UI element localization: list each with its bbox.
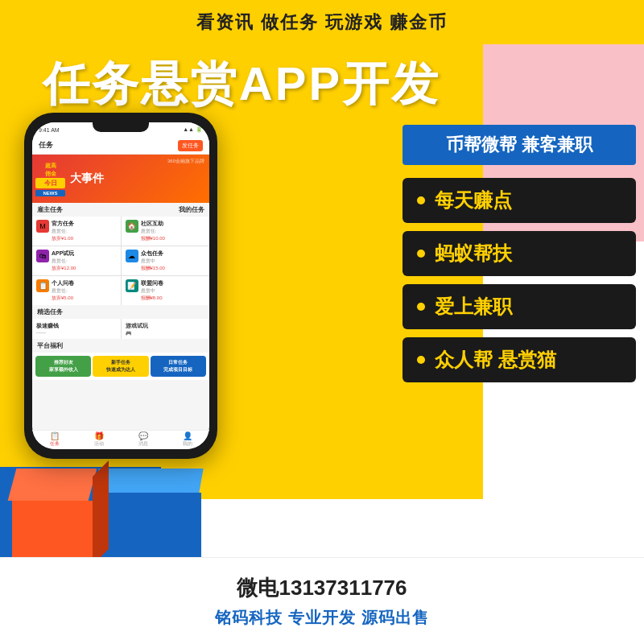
phone-nav-title: 任务 <box>39 140 53 151</box>
selected-item-0[interactable]: 极速赚钱 —— <box>32 319 121 339</box>
welfare-card-1[interactable]: 新手任务快速成为达人 <box>93 356 148 377</box>
banner-right: 360金融旗下品牌 <box>167 158 204 165</box>
task-name-0: 官方任务 <box>52 220 117 228</box>
task-reward-2: 放弃¥12.00 <box>52 265 117 272</box>
company-line: 铭码科技 专业开发 源码出售 <box>215 607 428 629</box>
top-bar-text: 看资讯 做任务 玩游戏 赚金币 <box>196 10 448 35</box>
nav-item-activity[interactable]: 🎁 活动 <box>94 432 104 448</box>
banner-news-badge: NEWS <box>35 190 65 196</box>
feature-item-4: 众人帮 悬赏猫 <box>402 337 636 382</box>
phone-mockup: 9:41 AM ▲▲ 🔋 任务 发任务 超高佣金 今日 NEWS 大事件 <box>24 113 217 459</box>
mine-icon: 👤 <box>183 432 192 440</box>
tasks-icon: 📋 <box>50 432 60 440</box>
main-title-text: 任务悬赏APP开发 <box>43 53 440 116</box>
feature-label-4: 众人帮 悬赏猫 <box>435 347 556 373</box>
orange-side <box>93 460 109 565</box>
bullet-icon-4 <box>417 356 425 364</box>
task-desc-5: 悬赏中 <box>141 287 206 295</box>
selected-title: 精选任务 <box>37 308 63 316</box>
feature-header: 币帮微帮 兼客兼职 <box>402 125 636 165</box>
nav-label-tasks: 任务 <box>50 440 60 448</box>
my-title: 我的任务 <box>179 205 204 214</box>
super-text: 超高佣金 <box>35 162 65 178</box>
task-item-2[interactable]: 🛍 APP试玩 悬赏任: 放弃¥12.00 <box>32 246 121 275</box>
task-info-0: 官方任务 悬赏任: 放弃¥1.00 <box>52 220 117 242</box>
task-icon-1: 🏠 <box>126 220 138 233</box>
task-item-3[interactable]: ☁ 众包任务 悬赏中 报酬¥15.00 <box>122 246 210 275</box>
nav-label-message: 消息 <box>138 440 148 448</box>
employer-title: 雇主任务 <box>37 205 63 214</box>
feature-item-1: 每天赚点 <box>402 178 636 223</box>
nav-item-mine[interactable]: 👤 我的 <box>183 432 192 448</box>
task-icon-5: 📝 <box>126 279 138 292</box>
welfare-grid: 推荐好友家享额外收入 新手任务快速成为达人 日常任务完成项目目标 <box>32 353 209 380</box>
selected-section-title: 精选任务 <box>32 305 209 319</box>
task-name-3: 众包任务 <box>141 250 206 258</box>
welfare-section-title: 平台福利 <box>32 339 209 353</box>
task-name-5: 联盟问卷 <box>141 279 206 287</box>
task-icon-4: 📋 <box>36 279 49 292</box>
task-info-2: APP试玩 悬赏任: 放弃¥12.00 <box>52 250 117 272</box>
selected-item-1[interactable]: 游戏试玩 🎮 <box>122 319 210 339</box>
feature-label-1: 每天赚点 <box>435 188 512 213</box>
task-item-0[interactable]: M 官方任务 悬赏任: 放弃¥1.00 <box>32 217 121 246</box>
nav-item-tasks[interactable]: 📋 任务 <box>50 432 60 448</box>
phone-top-nav: 任务 发任务 <box>32 137 209 155</box>
task-icon-3: ☁ <box>126 250 138 262</box>
task-reward-5: 报酬¥8.00 <box>141 295 206 302</box>
banner-main-text: 大事件 <box>70 171 104 186</box>
phone-notch <box>93 122 149 132</box>
task-desc-0: 悬赏任: <box>52 228 117 235</box>
feature-label-3: 爱上兼职 <box>435 294 512 320</box>
nav-item-message[interactable]: 💬 消息 <box>138 432 148 448</box>
selected-desc-1: 🎮 <box>126 330 206 336</box>
task-info-1: 社区互助 悬赏任: 报酬¥10.00 <box>141 220 206 242</box>
bullet-icon-2 <box>417 250 425 258</box>
phone-screen: 9:41 AM ▲▲ 🔋 任务 发任务 超高佣金 今日 NEWS 大事件 <box>32 122 209 449</box>
company-text: 铭码科技 专业开发 源码出售 <box>215 609 428 626</box>
task-icon-0: M <box>36 220 49 233</box>
bottom-bar: 微电13137311776 铭码科技 专业开发 源码出售 <box>0 557 644 644</box>
task-name-2: APP试玩 <box>52 250 117 258</box>
task-reward-1: 报酬¥10.00 <box>141 235 206 242</box>
task-reward-0: 放弃¥1.00 <box>52 235 117 242</box>
phone-banner: 超高佣金 今日 NEWS 大事件 360金融旗下品牌 <box>32 155 209 203</box>
selected-desc-0: —— <box>36 330 117 335</box>
task-desc-3: 悬赏中 <box>141 258 206 265</box>
selected-name-0: 极速赚钱 <box>36 322 117 330</box>
task-name-4: 个人问卷 <box>52 279 117 287</box>
orange-front <box>12 501 93 557</box>
banner-brand: 360金融旗下品牌 <box>167 158 204 165</box>
selected-name-1: 游戏试玩 <box>126 322 206 330</box>
welfare-title: 平台福利 <box>37 342 63 349</box>
feature-item-2: 蚂蚁帮扶 <box>402 231 636 276</box>
welfare-card-2[interactable]: 日常任务完成项目目标 <box>151 356 206 377</box>
banner-today: 今日 <box>35 178 65 188</box>
bullet-icon-3 <box>417 303 425 311</box>
feature-item-3: 爱上兼职 <box>402 284 636 329</box>
nav-label-activity: 活动 <box>94 440 104 448</box>
activity-icon: 🎁 <box>94 432 104 440</box>
task-info-4: 个人问卷 悬赏任: 放弃¥5.00 <box>52 279 117 302</box>
nav-label-mine: 我的 <box>183 440 192 448</box>
task-desc-2: 悬赏任: <box>52 258 117 265</box>
contact-line: 微电13137311776 <box>237 574 407 602</box>
right-features-panel: 币帮微帮 兼客兼职 每天赚点 蚂蚁帮扶 爱上兼职 众人帮 悬赏猫 <box>402 125 636 390</box>
task-item-1[interactable]: 🏠 社区互助 悬赏任: 报酬¥10.00 <box>122 217 210 246</box>
page-wrapper: 看资讯 做任务 玩游戏 赚金币 任务悬赏APP开发 币帮微帮 兼客兼职 每天赚点… <box>0 0 644 644</box>
task-desc-4: 悬赏任: <box>52 287 117 295</box>
employer-section-title: 雇主任务 我的任务 <box>32 203 209 217</box>
welfare-card-0[interactable]: 推荐好友家享额外收入 <box>35 356 91 377</box>
blue-front <box>97 493 201 557</box>
task-name-1: 社区互助 <box>141 220 206 228</box>
feature-label-2: 蚂蚁帮扶 <box>435 241 512 266</box>
task-item-4[interactable]: 📋 个人问卷 悬赏任: 放弃¥5.00 <box>32 276 121 305</box>
top-bar: 看资讯 做任务 玩游戏 赚金币 <box>0 0 644 44</box>
phone-bottom-nav: 📋 任务 🎁 活动 💬 消息 👤 我的 <box>32 430 209 449</box>
phone-frame: 9:41 AM ▲▲ 🔋 任务 发任务 超高佣金 今日 NEWS 大事件 <box>24 113 217 459</box>
phone-nav-btn[interactable]: 发任务 <box>178 140 203 151</box>
orange-top <box>8 469 97 501</box>
status-icons: ▲▲ 🔋 <box>183 126 203 133</box>
task-reward-3: 报酬¥15.00 <box>141 265 206 272</box>
task-item-5[interactable]: 📝 联盟问卷 悬赏中 报酬¥8.00 <box>122 276 210 305</box>
